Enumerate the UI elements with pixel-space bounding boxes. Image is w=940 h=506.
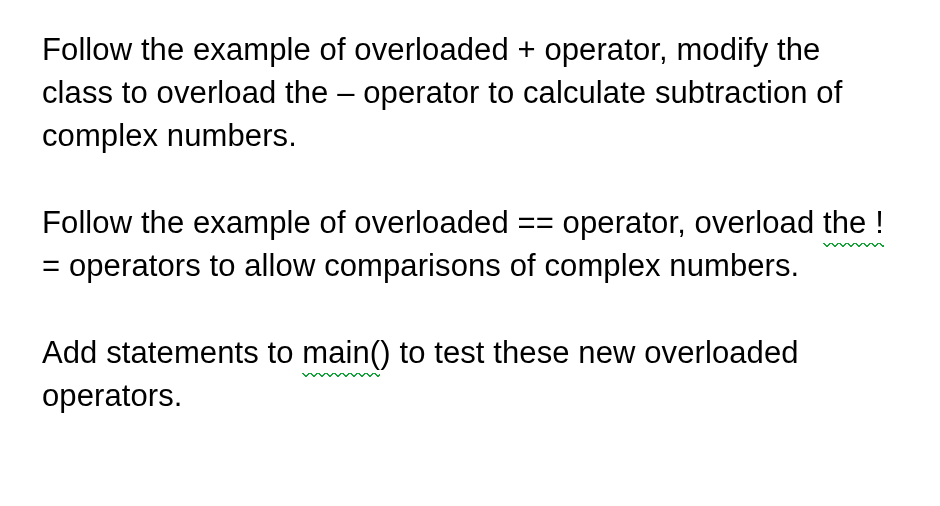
text: Add statements to — [42, 335, 302, 370]
paragraph-3: Add statements to main() to test these n… — [42, 331, 898, 417]
grammar-squiggle: the ! — [823, 201, 884, 244]
text: operator, overload — [554, 205, 823, 240]
plus-operator: + — [517, 32, 535, 67]
text: main( — [302, 335, 380, 370]
text: operators to allow comparisons of comple… — [60, 248, 799, 283]
minus-operator: – — [337, 75, 354, 110]
text: ! — [875, 205, 884, 240]
grammar-squiggle: main( — [302, 331, 380, 374]
paragraph-2: Follow the example of overloaded == oper… — [42, 201, 898, 287]
equals-operator: == — [517, 205, 553, 240]
text: Follow the example of overloaded — [42, 205, 517, 240]
paragraph-1: Follow the example of overloaded + opera… — [42, 28, 898, 157]
document-page: Follow the example of overloaded + opera… — [0, 0, 940, 506]
text: the — [823, 205, 875, 240]
not-equals-operator-rest: = — [42, 248, 60, 283]
text: ) — [380, 335, 390, 370]
text: Follow the example of overloaded — [42, 32, 517, 67]
